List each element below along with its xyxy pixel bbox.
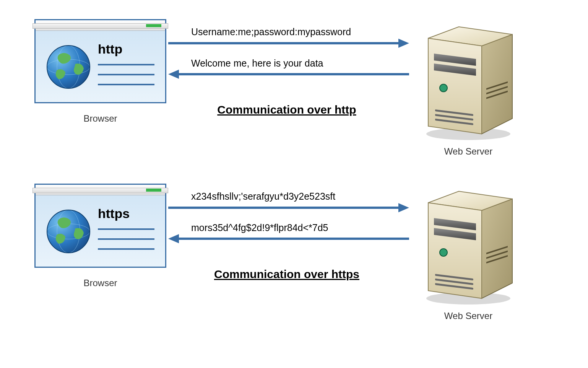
server-column-https: Web Server [405,184,531,321]
server-caption: Web Server [405,147,531,156]
arrows-https: x234sfhsllv;'serafgyu*d3y2e523sft mors35… [168,184,405,281]
svg-marker-24 [168,234,179,243]
request-text-https: x234sfhsllv;'serafgyu*d3y2e523sft [191,191,405,202]
svg-point-26 [440,249,447,256]
protocol-label: https [98,207,154,220]
svg-marker-8 [168,70,179,79]
browser-column-http: http Browser [23,19,168,123]
https-section: https Browser x234sfhsllv;'serafgyu*d3y2… [0,184,588,321]
server-icon [417,19,520,142]
browser-caption: Browser [34,114,166,123]
http-section: http Browser Username:me;password:mypass… [0,19,588,156]
response-text-http: Welcome me, here is your data [191,58,405,69]
svg-marker-22 [398,203,409,212]
svg-marker-6 [398,39,409,48]
server-icon [417,184,520,306]
browser-column-https: https Browser [23,184,168,288]
browser-caption: Browser [34,278,166,288]
protocol-label: http [98,42,154,55]
arrow-right-icon [168,202,409,213]
svg-point-10 [440,84,447,92]
browser-window-https: https [34,184,166,268]
arrow-left-icon [168,68,409,80]
browser-titlebar [36,20,165,31]
section-title-https: Communication over https [168,267,405,281]
arrow-right-icon [168,37,409,49]
server-caption: Web Server [405,311,531,321]
browser-window-http: http [34,19,166,103]
globe-icon [45,44,91,91]
response-text-https: mors35d^4fg$2d!9*flpr84d<*7d5 [191,223,405,233]
server-column-http: Web Server [405,19,531,156]
request-text-http: Username:me;password:mypassword [191,27,405,37]
globe-icon [45,208,91,256]
browser-titlebar [36,185,165,195]
arrows-http: Username:me;password:mypassword Welcome … [168,19,405,117]
arrow-left-icon [168,233,409,244]
section-title-http: Communication over http [168,103,405,117]
